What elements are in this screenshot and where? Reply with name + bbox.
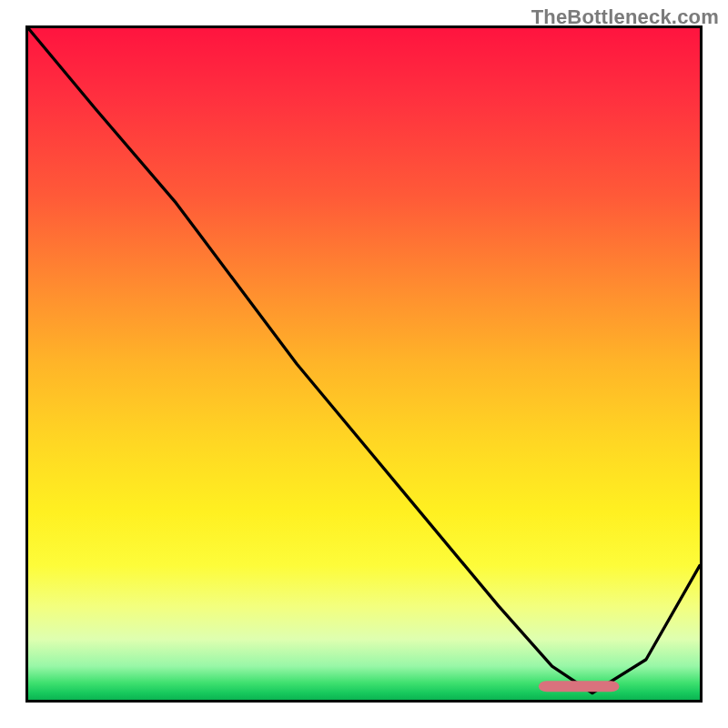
curve-overlay [28, 28, 700, 700]
bottleneck-curve [28, 28, 700, 693]
chart-stage: TheBottleneck.com [0, 0, 728, 728]
optimal-range-marker [539, 681, 620, 692]
plot-area [25, 25, 703, 703]
